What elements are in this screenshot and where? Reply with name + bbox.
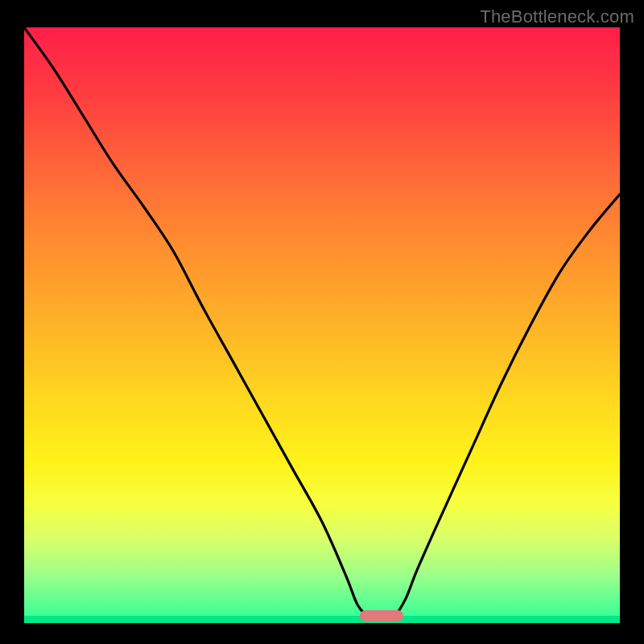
bottleneck-curve [24,27,620,623]
plot-area [24,27,620,623]
watermark-text: TheBottleneck.com [480,6,634,27]
minimum-marker [360,610,403,621]
chart-frame: TheBottleneck.com [0,0,644,644]
